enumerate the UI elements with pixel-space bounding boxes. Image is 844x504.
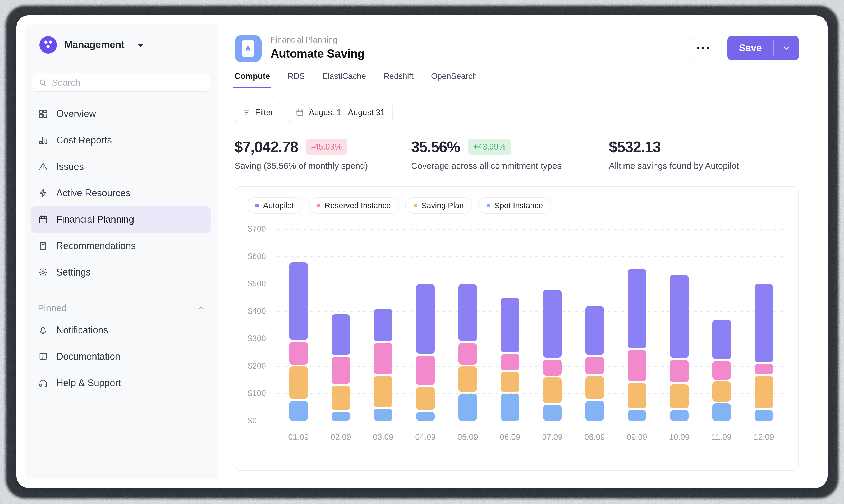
bar-segment xyxy=(289,342,308,364)
stacked-bar xyxy=(712,320,731,421)
sidebar-item-label: Cost Reports xyxy=(56,135,112,146)
x-tick-label: 01.09 xyxy=(277,432,320,442)
tab-rds[interactable]: RDS xyxy=(288,72,305,88)
x-tick-label: 04.09 xyxy=(404,432,447,442)
legend-chip[interactable]: Spot Instance xyxy=(478,197,551,214)
breadcrumb: Financial Planning xyxy=(271,35,365,44)
stat-value: $532.13 xyxy=(609,138,661,156)
x-tick-label: 03.09 xyxy=(362,432,404,442)
legend-chip[interactable]: Reserved Instance xyxy=(308,197,399,214)
date-range-button[interactable]: August 1 - August 31 xyxy=(288,103,393,122)
stacked-bar xyxy=(289,262,308,421)
pinned-section-header[interactable]: Pinned xyxy=(25,303,217,313)
stat-delta-badge: +43.99% xyxy=(468,139,511,155)
page-header: Financial Planning Automate Saving Save xyxy=(217,35,819,62)
bar-segment xyxy=(374,409,392,421)
bar-segment xyxy=(459,284,477,341)
sidebar-item-financial-planning[interactable]: Financial Planning xyxy=(31,206,211,233)
bar-segment xyxy=(459,394,477,421)
tab-elasticache[interactable]: ElastiCache xyxy=(322,72,366,88)
stacked-bar-chart: $700$600$500$400$300$200$100$0 01.0902.0… xyxy=(247,225,787,452)
stacked-bar xyxy=(374,309,392,421)
sidebar-nav: Overview Cost Reports Issues xyxy=(25,94,217,286)
sidebar-item-issues[interactable]: Issues xyxy=(31,154,211,180)
bar-segment xyxy=(416,387,435,410)
bar-segment xyxy=(331,386,350,410)
x-tick-label: 09.09 xyxy=(616,432,658,442)
search-box[interactable] xyxy=(32,73,210,92)
calendar-icon xyxy=(296,108,304,117)
stacked-bar xyxy=(416,284,435,421)
stacked-bar xyxy=(459,284,477,421)
sidebar-item-label: Recommendations xyxy=(56,240,136,251)
bar-segment xyxy=(543,377,562,403)
tab-redshift[interactable]: Redshift xyxy=(383,72,414,88)
plot-area xyxy=(277,229,785,421)
sidebar-item-label: Settings xyxy=(56,267,91,278)
save-button[interactable]: Save xyxy=(727,36,773,60)
gear-icon xyxy=(38,267,48,277)
sidebar-item-notifications[interactable]: Notifications xyxy=(31,317,211,343)
bar-segment xyxy=(331,412,350,421)
stat-label: Coverage across all commitment types xyxy=(411,161,609,171)
bar-slot xyxy=(447,229,489,421)
bar-segment xyxy=(543,290,562,358)
sidebar-item-overview[interactable]: Overview xyxy=(31,101,211,127)
star-icon xyxy=(244,44,252,53)
sidebar-item-recommendations[interactable]: Recommendations xyxy=(31,233,211,259)
diamonds-logo-icon xyxy=(42,39,54,51)
more-options-button[interactable] xyxy=(691,36,715,60)
workspace-switcher[interactable]: Management xyxy=(25,24,217,66)
legend-dot-icon xyxy=(486,204,490,208)
warning-icon xyxy=(38,161,48,172)
app-window: Management Overview xyxy=(16,15,828,488)
x-tick-label: 10.09 xyxy=(658,432,701,442)
bar-segment xyxy=(755,284,773,362)
workspace-name: Management xyxy=(64,39,124,51)
sidebar-item-documentation[interactable]: Documentation xyxy=(31,343,211,370)
save-split-button[interactable]: Save xyxy=(727,36,799,60)
bar-segment xyxy=(628,350,646,381)
bar-segment xyxy=(543,405,562,421)
y-tick-label: $0 xyxy=(248,416,257,426)
sidebar-item-label: Notifications xyxy=(56,325,108,336)
sidebar-item-label: Overview xyxy=(56,108,96,120)
stat-value: 35.56% xyxy=(411,138,460,156)
ellipsis-icon xyxy=(697,47,699,49)
bar-segment xyxy=(543,360,562,375)
legend-label: Reserved Instance xyxy=(325,201,391,210)
search-input[interactable] xyxy=(52,77,203,88)
stat-delta-badge: -45.03% xyxy=(306,139,347,155)
bar-segment xyxy=(416,412,435,421)
headphones-icon xyxy=(38,378,48,388)
y-tick-label: $700 xyxy=(248,224,266,234)
lightning-icon xyxy=(38,188,48,198)
x-tick-label: 06.09 xyxy=(489,432,531,442)
bar-segment xyxy=(670,384,689,409)
save-dropdown-button[interactable] xyxy=(774,36,799,60)
bar-segment xyxy=(374,309,392,342)
bar-segment xyxy=(585,357,604,374)
bar-segment xyxy=(501,394,519,421)
x-tick-label: 11.09 xyxy=(701,432,743,442)
bar-segment xyxy=(755,376,773,409)
sidebar-item-settings[interactable]: Settings xyxy=(31,259,211,286)
bar-segment xyxy=(416,284,435,354)
grid-icon xyxy=(38,109,48,119)
sidebar-item-cost-reports[interactable]: Cost Reports xyxy=(31,127,211,154)
tab-compute[interactable]: Compute xyxy=(235,72,270,88)
tab-opensearch[interactable]: OpenSearch xyxy=(431,72,477,88)
chart-card: AutopilotReserved InstanceSaving PlanSpo… xyxy=(235,186,799,471)
legend-label: Autopilot xyxy=(263,201,294,210)
sidebar-item-help-support[interactable]: Help & Support xyxy=(31,370,211,396)
bar-slot xyxy=(573,229,616,421)
sidebar-item-active-resources[interactable]: Active Resources xyxy=(31,180,211,206)
book-icon xyxy=(38,351,48,362)
legend-chip[interactable]: Saving Plan xyxy=(405,197,472,214)
sidebar-item-label: Active Resources xyxy=(56,187,130,199)
legend-chip[interactable]: Autopilot xyxy=(247,197,303,214)
stacked-bar xyxy=(628,269,646,421)
bar-segment xyxy=(585,376,604,399)
filter-button[interactable]: Filter xyxy=(235,103,281,122)
sidebar: Management Overview xyxy=(25,24,217,479)
